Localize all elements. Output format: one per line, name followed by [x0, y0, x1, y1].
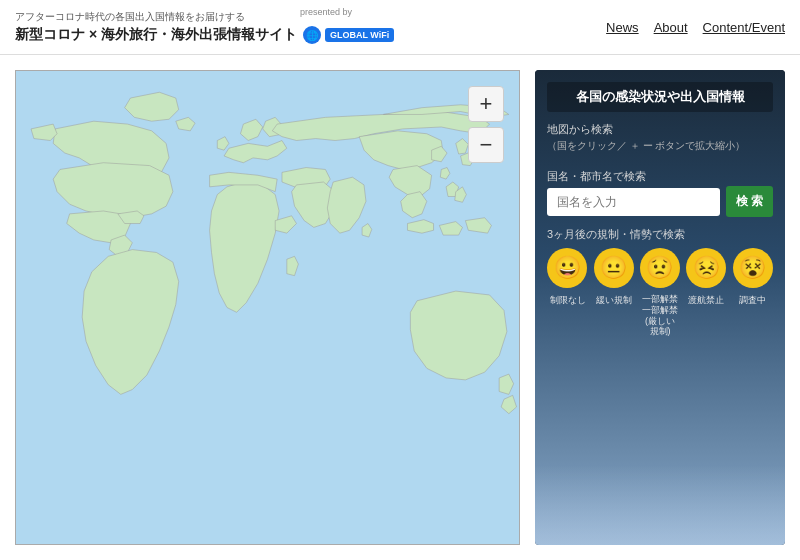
country-search-input[interactable] [547, 188, 720, 216]
emoji-face-0[interactable]: 😀 [547, 248, 587, 288]
emoji-label-4: 調査中 [731, 294, 773, 337]
zoom-controls: + − [468, 86, 504, 163]
trend-label: 3ヶ月後の規制・情勢で検索 [547, 227, 773, 242]
nav-about[interactable]: About [654, 20, 688, 35]
presented-by-label: presented by [300, 7, 352, 17]
search-button[interactable]: 検 索 [726, 186, 773, 217]
zoom-in-button[interactable]: + [468, 86, 504, 122]
map-search-section: 地図から検索 （国をクリック／ ＋ ー ボタンで拡大縮小） [547, 122, 773, 159]
emoji-item-4: 😵 [733, 248, 773, 288]
emoji-item-1: 😐 [594, 248, 634, 288]
emoji-face-3[interactable]: 😣 [686, 248, 726, 288]
map-search-sublabel: （国をクリック／ ＋ ー ボタンで拡大縮小） [547, 139, 773, 153]
country-search-section: 国名・都市名で検索 検 索 [547, 169, 773, 217]
emoji-label-1: 緩い規制 [593, 294, 635, 337]
map-container[interactable]: + − [15, 70, 520, 545]
emoji-item-0: 😀 [547, 248, 587, 288]
zoom-out-button[interactable]: − [468, 127, 504, 163]
site-title: 新型コロナ × 海外旅行・海外出張情報サイト 🌐 GLOBAL WiFi [15, 26, 394, 44]
emoji-face-4[interactable]: 😵 [733, 248, 773, 288]
map-search-label: 地図から検索 [547, 122, 773, 137]
world-map-svg [16, 71, 519, 544]
site-title-text: 新型コロナ × 海外旅行・海外出張情報サイト [15, 26, 297, 44]
wifi-label: GLOBAL WiFi [330, 30, 389, 40]
main-content: + − 各国の感染状況や出入国情報 地図から検索 （国をクリック／ ＋ ー ボタ… [0, 55, 800, 560]
wifi-badge: 🌐 GLOBAL WiFi [303, 26, 394, 44]
header-nav: News About Content/Event [606, 20, 785, 35]
emoji-labels-row: 制限なし 緩い規制 一部解禁一部解禁(厳しい規制) 渡航禁止 調査中 [547, 294, 773, 337]
wifi-logo: GLOBAL WiFi [325, 28, 394, 42]
country-search-label: 国名・都市名で検索 [547, 169, 773, 184]
globe-icon: 🌐 [303, 26, 321, 44]
panel-clouds [535, 465, 785, 545]
nav-news[interactable]: News [606, 20, 639, 35]
search-row: 検 索 [547, 186, 773, 217]
emoji-item-2: 😟 [640, 248, 680, 288]
trend-section: 3ヶ月後の規制・情勢で検索 😀 😐 😟 😣 😵 [547, 227, 773, 337]
emoji-label-3: 渡航禁止 [685, 294, 727, 337]
nav-content-event[interactable]: Content/Event [703, 20, 785, 35]
right-panel: 各国の感染状況や出入国情報 地図から検索 （国をクリック／ ＋ ー ボタンで拡大… [535, 70, 785, 545]
emoji-label-2: 一部解禁一部解禁(厳しい規制) [639, 294, 681, 337]
emoji-face-1[interactable]: 😐 [594, 248, 634, 288]
emoji-label-0: 制限なし [547, 294, 589, 337]
emoji-face-2[interactable]: 😟 [640, 248, 680, 288]
panel-title: 各国の感染状況や出入国情報 [547, 82, 773, 112]
header: アフターコロナ時代の各国出入国情報をお届けする 新型コロナ × 海外旅行・海外出… [0, 0, 800, 55]
emoji-item-3: 😣 [686, 248, 726, 288]
panel-content: 各国の感染状況や出入国情報 地図から検索 （国をクリック／ ＋ ー ボタンで拡大… [535, 70, 785, 349]
emoji-row: 😀 😐 😟 😣 😵 [547, 248, 773, 288]
